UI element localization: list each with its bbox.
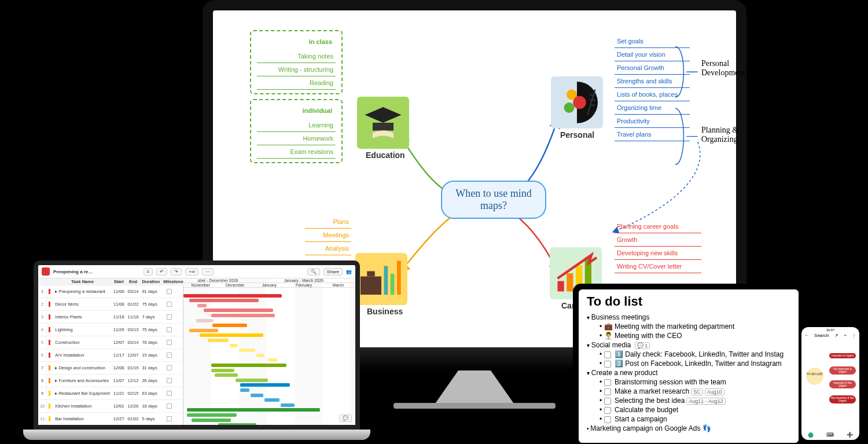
phone-node[interactable]: Not Important & Not Urgent — [829, 395, 856, 403]
chat-icon[interactable]: 💬 — [339, 414, 352, 422]
gantt-row[interactable]: 2Decor Items11/0801/2275 days — [38, 298, 185, 311]
checkbox[interactable] — [604, 361, 611, 368]
redo-icon[interactable]: ↷ — [171, 268, 182, 276]
gantt-bar[interactable] — [264, 398, 279, 402]
todo-section[interactable]: Social media 💬 1 — [587, 340, 790, 350]
education-group-individual[interactable]: individual Learning Homework Exam revisi… — [250, 99, 343, 163]
business-branch-label[interactable]: Business — [367, 307, 403, 316]
gantt-bar[interactable] — [256, 354, 264, 357]
gantt-row[interactable]: 10Kitchen Installation12/0112/2618 days — [38, 400, 185, 413]
per-item[interactable]: Organizing time — [615, 101, 690, 115]
edu-item[interactable]: Reading — [257, 76, 336, 90]
edu-item[interactable]: Taking notes — [257, 50, 336, 63]
checkbox[interactable] — [604, 351, 611, 358]
undo-icon[interactable]: ↶ — [156, 268, 167, 276]
gantt-bar[interactable] — [187, 413, 237, 417]
gantt-row[interactable]: 12Ventilation01/0301/2214 days — [38, 425, 185, 430]
gantt-bar[interactable] — [211, 314, 275, 317]
gantt-app[interactable]: Preopening a re… ≡ ↶ ↷ +∞ ⋯ 🔍 Share 👥 Ta… — [34, 260, 360, 430]
col-duration[interactable]: Duration — [140, 278, 161, 285]
mic-icon[interactable]: ⬤ — [808, 432, 814, 438]
list-view-icon[interactable]: ≡ — [144, 268, 153, 276]
gantt-bar[interactable] — [281, 403, 295, 407]
share-icon[interactable]: ↗ — [834, 333, 838, 338]
checkbox[interactable] — [604, 379, 611, 386]
car-item[interactable]: Writing CV/Cover letter — [615, 260, 701, 273]
gantt-bar[interactable] — [240, 383, 290, 387]
car-item[interactable]: Developing new skills — [615, 247, 701, 260]
gantt-bar[interactable] — [196, 319, 214, 322]
todo-item[interactable]: Brainstorming session with the team — [587, 377, 790, 387]
checkbox[interactable] — [604, 407, 611, 414]
checkbox[interactable] — [604, 398, 611, 405]
gantt-row[interactable]: 8▸ Furniture and Accessories11/0712/1226… — [38, 375, 185, 387]
app-logo-icon[interactable] — [42, 267, 50, 276]
gantt-bar[interactable] — [197, 304, 207, 307]
gantt-bar[interactable] — [215, 373, 238, 377]
gantt-bar[interactable] — [230, 344, 238, 347]
biz-item[interactable]: Plans — [305, 215, 351, 229]
gantt-bar[interactable] — [183, 294, 282, 298]
edu-item[interactable]: Exam revisions — [257, 145, 336, 159]
gantt-row[interactable]: 11Bar Installation12/2701/025 days — [38, 413, 185, 425]
gantt-row[interactable]: 1▸ Preopening a restaurant11/0003/1491 d… — [38, 285, 185, 298]
col-start[interactable]: Start — [112, 278, 126, 285]
more-icon[interactable]: ⋯ — [202, 268, 214, 276]
personal-branch-label[interactable]: Personal — [560, 130, 594, 140]
share-button[interactable]: Share — [323, 268, 343, 276]
personal-icon[interactable] — [551, 76, 603, 129]
per-item[interactable]: Set goals — [615, 35, 690, 48]
add-icon[interactable]: + — [844, 333, 847, 338]
gantt-bar[interactable] — [189, 299, 259, 302]
project-title[interactable]: Preopening a re… — [53, 269, 140, 274]
edu-item[interactable]: Writing - structuring — [257, 63, 336, 76]
gantt-chart-area[interactable]: ober - December 2028 January - March 202… — [183, 278, 355, 425]
todo-section[interactable]: Marketing campaign on Google Ads 👣 — [587, 424, 790, 433]
gantt-row[interactable]: 7▸ Design and construction12/0801/1931 d… — [38, 362, 185, 375]
gantt-bar[interactable] — [251, 394, 263, 397]
mindmap-center-node[interactable]: When to use mind maps? — [441, 181, 546, 219]
gantt-bar[interactable] — [189, 329, 218, 332]
gantt-bar[interactable] — [200, 333, 263, 337]
gantt-row[interactable]: 6A/V Installation11/1712/0715 days — [38, 349, 185, 362]
todo-app[interactable]: To do list Business meetings💼 Meeting wi… — [579, 289, 799, 443]
edu-item[interactable]: Homework — [257, 132, 336, 145]
car-item[interactable]: Growth — [615, 233, 701, 247]
per-item[interactable]: Lists of books, places — [615, 88, 690, 101]
todo-section[interactable]: Business meetings — [587, 313, 790, 322]
gantt-bar[interactable] — [239, 348, 255, 352]
col-taskname[interactable]: Task Name — [53, 278, 111, 285]
attach-icon[interactable]: ➕ — [847, 432, 853, 438]
gantt-bar[interactable] — [236, 379, 268, 382]
per-item[interactable]: Personal Growth — [615, 61, 690, 75]
education-icon[interactable] — [357, 97, 409, 149]
todo-item[interactable]: Selecting the best ideaAug11 - Aug12 — [587, 396, 790, 405]
add-link-button[interactable]: +∞ — [185, 268, 198, 276]
todo-item[interactable]: Make a market researchSCAug10 — [587, 387, 790, 396]
todo-item[interactable]: 👨‍💼 Meeting with the CEO — [587, 331, 790, 340]
gantt-bar[interactable] — [192, 419, 231, 422]
back-icon[interactable]: ← — [804, 333, 809, 338]
gantt-row[interactable]: 5Construction12/0703/1470 days — [38, 336, 185, 349]
avatars[interactable]: 👥 — [346, 269, 352, 274]
gantt-bar[interactable] — [211, 364, 286, 367]
phone-center-node[interactable]: TO DO LIST — [806, 368, 823, 385]
col-end[interactable]: End — [126, 278, 141, 285]
keyboard-icon[interactable]: ⌨ — [826, 432, 834, 438]
gantt-bar[interactable] — [187, 408, 320, 412]
edu-item[interactable]: Learning — [257, 119, 336, 132]
search-label[interactable]: Search — [814, 333, 829, 338]
todo-item[interactable]: 1️⃣ Daily check: Facebook, LinkedIn, Twi… — [587, 350, 790, 359]
gantt-bar[interactable] — [218, 423, 256, 427]
gantt-bar[interactable] — [240, 388, 249, 392]
checkbox[interactable] — [604, 388, 611, 395]
phone-node[interactable]: Important & Not Urgent — [829, 380, 856, 388]
gantt-bar[interactable] — [268, 358, 277, 362]
todo-section[interactable]: Create a new product — [587, 368, 790, 377]
per-item[interactable]: Productivity — [615, 115, 690, 128]
todo-item[interactable]: 2️⃣ Post on Facebook, LinkedIn, Twitter … — [587, 359, 790, 368]
gantt-task-table[interactable]: Task Name Start End Duration Milestone 1… — [38, 278, 183, 425]
per-item[interactable]: Strengths and skills — [615, 75, 690, 88]
gantt-row[interactable]: 9▸ Restaurant Bar Equipment11/2102/1563 … — [38, 387, 185, 400]
gantt-row[interactable]: 3Interior Plants11/1811/187 days — [38, 311, 185, 324]
